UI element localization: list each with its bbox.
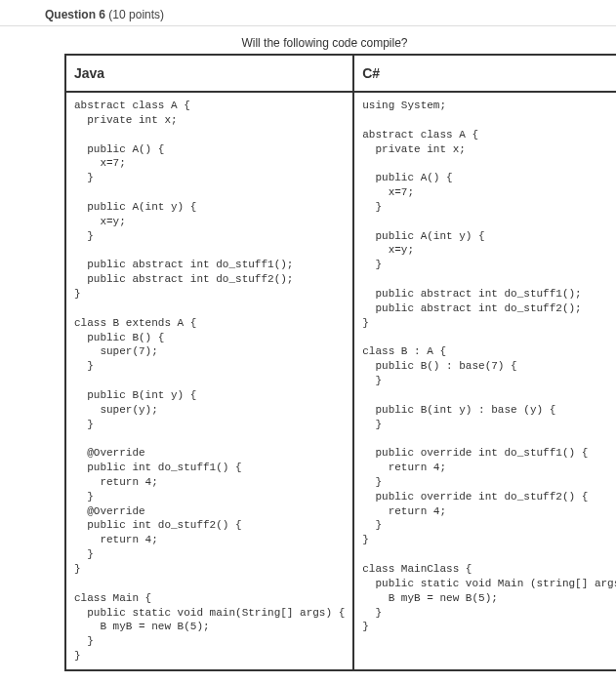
divider	[0, 25, 616, 26]
column-header-java: Java	[65, 55, 353, 92]
column-header-csharp: C#	[353, 55, 616, 92]
csharp-code-cell: using System; abstract class A { private…	[353, 92, 616, 670]
question-points: (10 points)	[105, 8, 164, 21]
code-table: Java C# abstract class A { private int x…	[64, 54, 616, 671]
question-number: Question 6	[45, 8, 105, 21]
question-header: Question 6 (10 points)	[45, 8, 604, 21]
question-prompt: Will the following code compile?	[45, 36, 604, 50]
java-code-cell: abstract class A { private int x; public…	[65, 92, 353, 670]
